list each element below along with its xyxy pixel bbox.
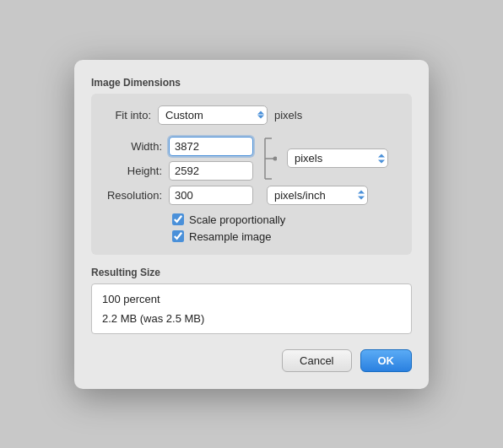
- width-label: Width:: [105, 140, 162, 153]
- height-row: Height:: [105, 161, 253, 181]
- image-dimensions-dialog: Image Dimensions Fit into: Custom Origin…: [74, 60, 429, 389]
- cancel-button[interactable]: Cancel: [282, 349, 351, 372]
- pixels-unit-wrapper: pixels percent inches cm mm: [287, 148, 388, 168]
- resulting-size-header: Resulting Size: [91, 267, 412, 278]
- lock-bracket-icon: [263, 137, 277, 181]
- image-dimensions-section: Image Dimensions Fit into: Custom Origin…: [91, 77, 412, 255]
- checkboxes-area: Scale proportionally Resample image: [172, 213, 398, 243]
- scale-checkbox[interactable]: [172, 213, 184, 225]
- fields-area: Width: Height:: [105, 137, 398, 181]
- resample-label[interactable]: Resample image: [189, 230, 272, 243]
- width-input[interactable]: [169, 137, 253, 156]
- width-row: Width:: [105, 137, 253, 156]
- resolution-unit-select-wrapper: pixels/inch pixels/cm: [267, 186, 368, 205]
- footer: Cancel OK: [91, 349, 412, 372]
- left-fields: Width: Height:: [105, 137, 253, 181]
- fit-into-select-wrapper: Custom Original Size 640×480 800×600 102…: [158, 105, 268, 125]
- scale-checkbox-row: Scale proportionally: [172, 213, 398, 226]
- svg-point-4: [273, 156, 278, 160]
- fit-into-label: Fit into:: [105, 109, 151, 121]
- fit-into-row: Fit into: Custom Original Size 640×480 8…: [105, 105, 398, 125]
- resolution-unit-wrapper: pixels/inch pixels/cm: [267, 186, 368, 205]
- height-label: Height:: [105, 165, 162, 177]
- image-dimensions-header: Image Dimensions: [91, 77, 412, 89]
- pixels-unit-select[interactable]: pixels percent inches cm mm: [287, 148, 388, 168]
- result-percent: 100 percent: [102, 293, 401, 305]
- fit-into-select[interactable]: Custom Original Size 640×480 800×600 102…: [158, 105, 268, 125]
- result-size: 2.2 MB (was 2.5 MB): [102, 312, 401, 325]
- fit-into-unit-label: pixels: [274, 109, 302, 121]
- resolution-row: Resolution:: [105, 186, 253, 205]
- scale-label[interactable]: Scale proportionally: [189, 213, 285, 226]
- resolution-unit-select[interactable]: pixels/inch pixels/cm: [267, 186, 368, 205]
- resolution-area: Resolution: pixels/inch pixels/cm: [105, 186, 398, 205]
- resolution-label: Resolution:: [105, 189, 162, 202]
- resulting-size-box: 100 percent 2.2 MB (was 2.5 MB): [91, 283, 412, 334]
- resulting-size-section: Resulting Size 100 percent 2.2 MB (was 2…: [91, 267, 412, 334]
- ok-button[interactable]: OK: [360, 349, 413, 372]
- right-selects: pixels percent inches cm mm: [287, 148, 388, 168]
- image-dimensions-box: Fit into: Custom Original Size 640×480 8…: [91, 94, 412, 255]
- resolution-input[interactable]: [169, 186, 253, 205]
- height-input[interactable]: [169, 161, 253, 181]
- resample-checkbox[interactable]: [172, 230, 184, 242]
- resample-checkbox-row: Resample image: [172, 230, 398, 243]
